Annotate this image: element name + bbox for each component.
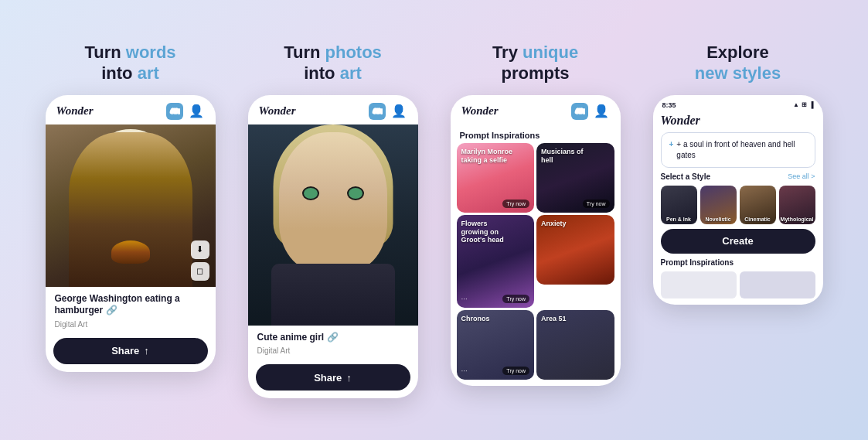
flowers-label: Flowersgrowing onGroot's head	[461, 220, 504, 244]
discord-svg	[169, 106, 180, 117]
phone-1-caption: George Washington eating a hamburger 🔗	[46, 287, 216, 319]
anxiety-label: Anxiety	[541, 220, 567, 228]
share-label-2: Share	[314, 372, 342, 384]
anime-eye-right	[347, 186, 364, 200]
profile-icon-3[interactable]: 👤	[593, 103, 610, 120]
discord-svg-2	[372, 106, 383, 117]
panel-2: Turn photosinto art Wonder 👤	[237, 42, 429, 399]
discord-icon-3[interactable]	[571, 103, 588, 120]
style-thumb-cinematic[interactable]: Cinematic	[740, 186, 776, 224]
prompt-plus-icon: +	[669, 139, 674, 161]
washington-image: ⬇ ◻	[46, 124, 216, 287]
style-thumbnails: Pen & Ink Novelistic Cinematic Mythologi…	[661, 186, 815, 224]
insp-thumb-1[interactable]	[661, 271, 737, 298]
style-name-penink: Pen & Ink	[661, 217, 697, 222]
status-bar: 8:35 ▲ ⊞ ▐	[661, 101, 815, 109]
phone-3-frame: Wonder 👤 Prompt Inspirations Marilyn Mon…	[451, 95, 621, 386]
prompt-text: + a soul in front of heaven and hell gat…	[676, 139, 806, 161]
prompt-cell-musicians[interactable]: Musicians ofhell Try now	[536, 143, 614, 213]
app-logo-4: Wonder	[661, 114, 815, 128]
anime-eye-left	[302, 186, 319, 200]
anime-image	[248, 124, 418, 326]
style-name-cinematic: Cinematic	[740, 217, 776, 222]
app-logo-2: Wonder	[259, 104, 296, 118]
signal-icon: ⊞	[802, 101, 807, 108]
try-now-musicians[interactable]: Try now	[583, 200, 610, 208]
insp-thumb-2[interactable]	[740, 271, 815, 298]
prompt-cell-flowers[interactable]: Flowersgrowing onGroot's head ··· Try no…	[457, 215, 535, 308]
header-icons-2: 👤	[369, 103, 407, 120]
panel-2-title-accent2: art	[340, 63, 362, 83]
style-name-novelistic: Novelistic	[700, 217, 737, 222]
share-button-1[interactable]: Share ↑	[53, 338, 208, 364]
flowers-dots: ···	[461, 295, 468, 303]
phone-1-subcaption: Digital Art	[46, 319, 216, 335]
panel-4-title: Explorenew styles	[695, 42, 781, 84]
style-thumb-penink[interactable]: Pen & Ink	[661, 186, 697, 224]
inspiration-thumbnails	[661, 271, 815, 298]
panel-1-title-accent2: art	[138, 63, 159, 83]
download-icon[interactable]: ⬇	[191, 240, 209, 259]
prompt-section-accent: Inspirations	[492, 131, 540, 140]
style-accent: Style	[692, 172, 710, 181]
share-icon-2: ↑	[346, 372, 352, 384]
panel-1: Turn wordsinto art Wonder 👤	[35, 42, 226, 372]
anime-clothes	[271, 264, 395, 326]
discord-icon-2[interactable]	[369, 103, 386, 120]
area51-label: Area 51	[541, 315, 567, 323]
phone-1-frame: Wonder 👤 ⬇ ◻	[46, 95, 216, 372]
try-now-flowers[interactable]: Try now	[502, 295, 529, 303]
save-icon[interactable]: ◻	[191, 262, 209, 281]
status-time: 8:35	[662, 101, 676, 109]
share-label-1: Share	[111, 345, 139, 356]
inspirations-accent: Inspirations	[689, 258, 734, 267]
profile-icon-2[interactable]: 👤	[390, 103, 407, 120]
wifi-icon: ▲	[793, 101, 799, 108]
phone-2-frame: Wonder 👤	[248, 95, 418, 399]
panel-2-title: Turn photosinto art	[284, 42, 382, 84]
discord-svg-3	[574, 106, 585, 117]
panel-3-title-accent: unique	[523, 43, 578, 62]
prompt-cell-marilyn[interactable]: Marilyn Monroetaking a selfie Try now	[457, 143, 535, 213]
phone-2-header: Wonder 👤	[248, 95, 418, 124]
prompt-cell-chronos[interactable]: Chronos ··· Try now	[457, 310, 535, 380]
inspirations-plain: Prompt	[661, 258, 690, 267]
style-plain: Select a	[661, 172, 693, 181]
chronos-label: Chronos	[461, 315, 490, 323]
profile-icon-1[interactable]: 👤	[188, 103, 205, 120]
discord-icon-1[interactable]	[166, 103, 183, 120]
marilyn-label: Marilyn Monroetaking a selfie	[461, 148, 513, 165]
battery-icon: ▐	[809, 101, 814, 108]
musicians-label: Musicians ofhell	[541, 148, 584, 165]
share-button-2[interactable]: Share ↑	[256, 364, 410, 391]
app-logo-3: Wonder	[461, 104, 499, 118]
panel-2-title-accent: photos	[325, 43, 382, 62]
try-now-chronos[interactable]: Try now	[502, 367, 529, 375]
style-thumb-mythological[interactable]: Mythological	[779, 186, 815, 224]
overlay-icons-1: ⬇ ◻	[191, 240, 209, 281]
share-icon-1: ↑	[144, 345, 149, 356]
prompt-cell-area51[interactable]: Area 51	[536, 310, 614, 380]
phone-4-frame: 8:35 ▲ ⊞ ▐ Wonder + + a soul in front of…	[653, 95, 823, 305]
panel-1-title: Turn wordsinto art	[84, 42, 175, 84]
phone-1-header: Wonder 👤	[46, 95, 216, 124]
prompt-input[interactable]: + + a soul in front of heaven and hell g…	[661, 132, 815, 168]
see-all-button[interactable]: See all >	[788, 172, 815, 180]
inspirations-title: Prompt Inspirations	[661, 258, 815, 267]
phone-3-header: Wonder 👤	[451, 95, 621, 124]
prompt-section-header: Prompt Inspirations	[451, 124, 621, 143]
prompt-cell-anxiety[interactable]: Anxiety	[536, 215, 614, 285]
prompt-grid: Marilyn Monroetaking a selfie Try now Mu…	[451, 143, 621, 386]
create-label: Create	[722, 235, 753, 247]
panel-3: Try unique prompts Wonder 👤 Prompt Inspi…	[440, 42, 631, 386]
style-name-mythological: Mythological	[779, 217, 815, 222]
chronos-dots: ···	[461, 367, 468, 375]
style-thumb-novelistic[interactable]: Novelistic	[700, 186, 737, 224]
header-icons-1: 👤	[166, 103, 205, 120]
try-now-marilyn[interactable]: Try now	[502, 200, 529, 208]
phone-2-subcaption: Digital Art	[248, 345, 418, 361]
create-button[interactable]: Create	[661, 229, 815, 254]
app-logo-1: Wonder	[56, 104, 94, 118]
washington-figure	[69, 132, 192, 287]
phone-2-caption: Cute anime girl 🔗	[248, 326, 418, 346]
